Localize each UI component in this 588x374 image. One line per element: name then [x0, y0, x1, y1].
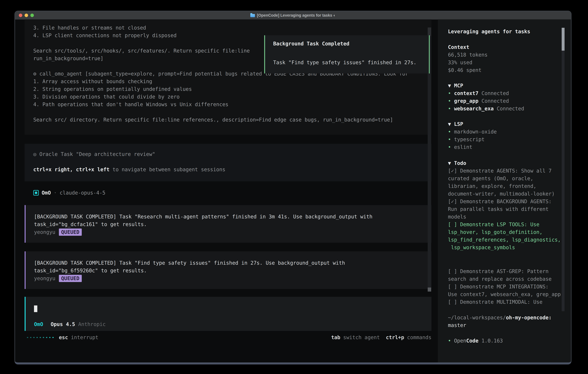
text-line: lsp_find_references, lsp_diagnostics, — [448, 236, 564, 244]
sidebar-todo-section-2: [ ] Demonstrate AST-GREP: Patternsearch … — [448, 268, 564, 298]
text-line: • eslint — [448, 143, 564, 151]
text-segment: [ ] Demonstrate AST-GREP: Pattern — [448, 269, 548, 274]
collapse-triangle-icon: ▼ — [448, 83, 454, 89]
tab-key-hint: tab — [331, 334, 340, 341]
text-segment: 1.0.163 — [478, 338, 503, 344]
text-segment: master — [448, 322, 466, 328]
text-segment: [ ] Demonstrate MULTIMODAL: Use — [448, 299, 542, 305]
text-segment: ~/local-workspaces/ — [448, 315, 506, 321]
text-line: [✓] Demonstrate AGENTS: Show all 7 — [448, 167, 564, 175]
text-line: [ ] Demonstrate AST-GREP: Pattern — [448, 268, 564, 275]
text-line: master — [448, 322, 564, 329]
oracle-task-line: ◎ Oracle Task "Deep architecture review" — [33, 150, 431, 158]
traffic-lights — [19, 14, 34, 17]
collapse-triangle-icon: ▼ — [448, 121, 454, 127]
sidebar-workspace-path: ~/local-workspaces/oh-my-opencode:master — [448, 314, 564, 329]
status-dot-icon: • — [448, 90, 454, 96]
window-title-group: [OpenCode] Leveraging agents for tasks ◐ — [250, 13, 336, 18]
main-scrollbar-top-thumb[interactable] — [428, 28, 431, 36]
ctrlp-key-hint: ctrl+p — [386, 334, 404, 341]
status-dot-icon: • — [448, 106, 454, 112]
text-segment: Open — [454, 338, 466, 344]
text-segment: lsp_workspace_symbols — [448, 245, 515, 250]
folder-icon — [250, 14, 255, 17]
text-segment: websearch_exa — [454, 106, 494, 112]
agent-checkbox-icon — [33, 190, 39, 196]
gear-icon: ⚙ — [33, 71, 39, 77]
text-line: ▼ MCP — [448, 82, 564, 90]
text-segment: lsp_find_references, lsp_diagnostics, — [448, 237, 561, 243]
text-line: ~/local-workspaces/oh-my-opencode: — [448, 314, 564, 322]
status-dot-icon: • — [448, 129, 454, 135]
text-line: 4. Path operations that don't handle Win… — [33, 101, 431, 108]
text-segment: oh-my-opencode: — [506, 315, 552, 321]
text-segment: models — [448, 214, 466, 220]
collapse-triangle-icon: ▼ — [448, 160, 454, 166]
text-line: lsp_workspace_symbols — [448, 244, 564, 251]
text-line: ▼ Todo — [448, 159, 564, 167]
text-line — [33, 108, 431, 116]
agent-header[interactable]: OmO · claude-opus-4-5 — [33, 189, 105, 197]
sidebar-scrollbar-track[interactable] — [562, 28, 565, 311]
terminal-window: [OpenCode] Leveraging agents for tasks ◐… — [14, 11, 571, 364]
minimize-button[interactable] — [25, 14, 28, 17]
text-line: • websearch_exa Connected — [448, 105, 564, 113]
text-line: Use context7, websearch_exa, grep_app — [448, 291, 564, 298]
spinner-icon — [27, 337, 54, 338]
esc-key-hint: esc — [59, 334, 68, 341]
text-line: Run parallel tasks with different — [448, 205, 564, 213]
message-line: [BACKGROUND TASK COMPLETED] Task "Find t… — [34, 259, 431, 267]
input-agent-name[interactable]: OmO — [34, 321, 43, 328]
text-line: document-writer, multimodal-looker) — [448, 190, 564, 198]
sidebar-todo-section[interactable]: ▼ Todo[✓] Demonstrate AGENTS: Show all 7… — [448, 159, 564, 251]
text-line: • typescript — [448, 136, 564, 143]
oracle-hint-line: ctrl+x right, ctrl+x left to navigate be… — [33, 166, 431, 173]
text-line: • grep_app Connected — [448, 97, 564, 105]
sidebar-session-title: Leveraging agents for tasks — [448, 28, 564, 35]
sidebar-mcp-section[interactable]: ▼ MCP• context7 Connected• grep_app Conn… — [448, 82, 564, 113]
oracle-task-box[interactable]: ◎ Oracle Task "Deep architecture review"… — [25, 144, 431, 181]
message-author: yeongyu — [34, 228, 55, 236]
message-author: yeongyu — [34, 275, 55, 282]
background-task-message[interactable]: [BACKGROUND TASK COMPLETED] Task "Find t… — [25, 251, 431, 289]
input-model-name[interactable]: Opus 4.5 — [51, 321, 75, 328]
text-segment: grep_app — [454, 98, 478, 104]
status-dot-icon: • — [448, 98, 454, 104]
message-meta: yeongyu QUEUED — [34, 274, 431, 282]
text-segment: Code — [466, 338, 478, 344]
text-line: librarian, explore, frontend, — [448, 182, 564, 190]
tab-key-label: switch agent — [343, 334, 380, 341]
prompt-input[interactable]: OmO Opus 4.5 Anthropic — [25, 297, 431, 331]
zoom-button[interactable] — [30, 14, 34, 17]
ctrlp-key-label: commands — [407, 334, 431, 341]
text-line: • markdown-oxide — [448, 128, 564, 136]
text-segment: context7 — [454, 90, 478, 96]
text-cursor — [34, 305, 37, 312]
text-line: Leveraging agents for tasks — [448, 28, 564, 35]
text-segment: search and replace across codebase — [448, 276, 552, 282]
close-button[interactable] — [19, 14, 22, 17]
text-segment: lsp_hover, lsp_goto_definition, — [448, 229, 542, 235]
text-segment: Use context7, websearch_exa, grep_app — [448, 291, 561, 297]
text-line: [ ] Demonstrate MULTIMODAL: Use — [448, 298, 564, 306]
titlebar[interactable]: [OpenCode] Leveraging agents for tasks ◐ — [15, 11, 571, 20]
text-segment: MCP — [454, 83, 463, 89]
background-task-toast[interactable]: Background Task Completed Task "Find typ… — [264, 35, 430, 73]
background-task-message[interactable]: [BACKGROUND TASK COMPLETED] Task "Resear… — [25, 205, 431, 243]
text-line: $0.46 spent — [448, 66, 564, 74]
text-segment: typescript — [454, 136, 484, 142]
text-segment: 66,518 tokens — [448, 52, 488, 58]
esc-key-label: interrupt — [71, 334, 98, 341]
text-segment: Leveraging agents for tasks — [448, 29, 530, 34]
text-segment: to navigate between subagent sessions — [110, 166, 225, 172]
text-line: • context7 Connected — [448, 90, 564, 97]
status-dot-icon: • — [448, 338, 454, 344]
message-line: task_id="bg_dcfac161" to get results. — [34, 220, 431, 228]
status-dot-icon: • — [448, 144, 454, 150]
sidebar-scrollbar-thumb[interactable] — [562, 28, 565, 51]
text-line: • OpenCode 1.0.163 — [448, 337, 564, 345]
main-scrollbar-bottom-thumb[interactable] — [428, 288, 431, 291]
text-segment: Connected — [478, 90, 509, 96]
sidebar-lsp-section[interactable]: ▼ LSP• markdown-oxide• typescript• eslin… — [448, 120, 564, 151]
text-line: 1. Array access without bounds checking — [33, 78, 431, 85]
